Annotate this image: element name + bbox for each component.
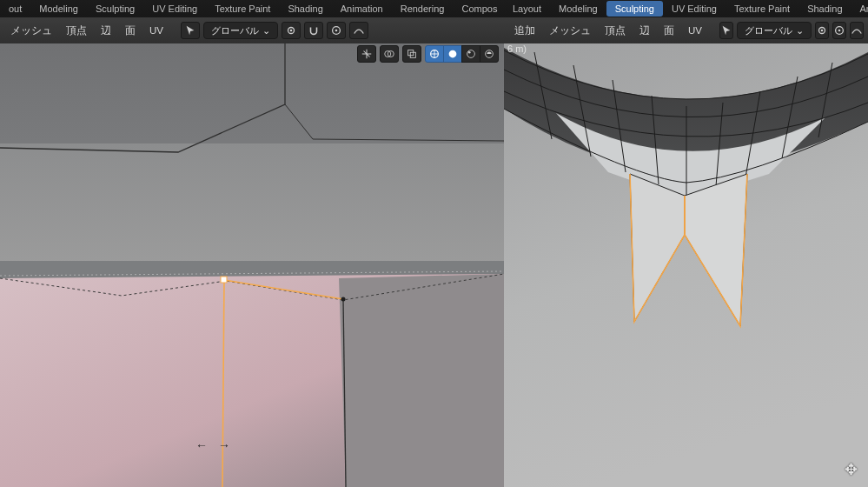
tab-shading[interactable]: Shading [279, 1, 331, 17]
menu-edge[interactable]: 辺 [634, 23, 655, 39]
cursor-icon[interactable] [181, 22, 200, 39]
transform-orientation-dropdown[interactable]: グローバル ⌄ [737, 22, 812, 39]
transform-orientation-dropdown[interactable]: グローバル ⌄ [203, 22, 278, 39]
tab-modeling[interactable]: Modeling [30, 1, 87, 17]
tab-compositing[interactable]: Compos [453, 1, 504, 17]
svg-point-8 [335, 30, 338, 32]
tab-sculpting[interactable]: Sculpting [87, 1, 143, 17]
menu-mesh[interactable]: メッシュ [544, 23, 596, 39]
menu-uv[interactable]: UV [144, 23, 169, 37]
falloff-curve-icon[interactable] [850, 22, 864, 39]
tab-rendering[interactable]: Rendering [392, 1, 454, 17]
falloff-curve-icon[interactable] [349, 22, 368, 39]
svg-rect-18 [504, 0, 868, 487]
svg-point-20 [821, 30, 824, 32]
tab-texture-paint[interactable]: Texture Paint [726, 1, 798, 17]
tab-shading[interactable]: Shading [798, 1, 851, 17]
tab-uv-editing[interactable]: UV Editing [663, 1, 726, 17]
pivot-icon[interactable] [282, 22, 301, 39]
menu-mesh[interactable]: メッシュ [5, 23, 57, 39]
left-editor-header: メッシュ 頂点 辺 面 UV グローバル ⌄ [0, 17, 504, 43]
chevron-down-icon: ⌄ [796, 25, 804, 37]
right-editor-header: 追加 メッシュ 頂点 辺 面 UV グローバル ⌄ [504, 17, 868, 43]
svg-point-22 [838, 30, 841, 32]
gizmo-icon[interactable] [357, 45, 376, 63]
overlay-icon[interactable] [380, 45, 399, 63]
svg-point-14 [449, 50, 457, 58]
left-workspace-tabs: out Modeling Sculpting UV Editing Textur… [0, 0, 504, 17]
svg-point-4 [341, 297, 346, 302]
menu-add[interactable]: 追加 [509, 23, 540, 39]
cursor-icon[interactable] [719, 22, 733, 39]
move-icon: ✥ [845, 460, 858, 479]
svg-point-6 [290, 30, 293, 32]
tab-animation[interactable]: Animation [332, 1, 392, 17]
right-viewport[interactable]: ✥ [504, 0, 868, 487]
left-viewport-canvas [0, 0, 504, 487]
rendered-shading-icon[interactable] [480, 45, 499, 63]
tab-animation[interactable]: Animati [851, 1, 869, 17]
chevron-down-icon: ⌄ [262, 25, 270, 37]
svg-point-16 [468, 51, 471, 54]
menu-vertex[interactable]: 頂点 [61, 23, 92, 39]
shading-mode-group [425, 45, 499, 63]
right-editor: ✥ Layout Modeling Sculpting UV Editing T… [504, 0, 868, 487]
left-editor: ← → out Modeling Sculpting UV Editing Te… [0, 0, 504, 487]
right-viewport-canvas [504, 0, 868, 487]
menu-face[interactable]: 面 [659, 23, 679, 39]
solid-shading-icon[interactable] [443, 45, 462, 63]
tab-uv-editing[interactable]: UV Editing [143, 1, 206, 17]
proportional-edit-icon[interactable] [327, 22, 346, 39]
svg-point-15 [467, 50, 475, 58]
tab-layout[interactable]: out [0, 1, 30, 17]
left-overlay-row [0, 43, 504, 64]
transform-orientation-label: グローバル [745, 24, 792, 37]
menu-vertex[interactable]: 頂点 [600, 23, 631, 39]
pivot-icon[interactable] [815, 22, 829, 39]
menu-face[interactable]: 面 [120, 23, 141, 39]
menu-edge[interactable]: 辺 [96, 23, 116, 39]
wireframe-shading-icon[interactable] [425, 45, 444, 63]
view-move-gizmo[interactable]: ✥ [840, 459, 861, 480]
xray-icon[interactable] [402, 45, 421, 63]
tab-modeling[interactable]: Modeling [550, 1, 606, 17]
tab-sculpting[interactable]: Sculpting [606, 1, 663, 17]
material-preview-shading-icon[interactable] [461, 45, 480, 63]
svg-rect-3 [221, 277, 227, 283]
viewport-status-text: 6 m) [507, 43, 527, 54]
right-workspace-tabs: Layout Modeling Sculpting UV Editing Tex… [504, 0, 868, 17]
tab-texture-paint[interactable]: Texture Paint [206, 1, 279, 17]
proportional-edit-icon[interactable] [832, 22, 846, 39]
transform-orientation-label: グローバル [211, 24, 259, 37]
snap-icon[interactable] [304, 22, 323, 39]
left-viewport[interactable]: ← → [0, 0, 504, 487]
tab-layout[interactable]: Layout [504, 1, 550, 17]
transform-hint-arrows: ← → [195, 438, 234, 452]
menu-uv[interactable]: UV [683, 23, 707, 37]
